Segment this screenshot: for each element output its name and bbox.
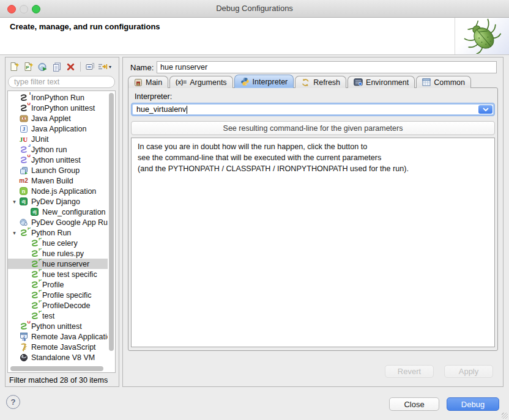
- tree-item-standalone-v8-vm[interactable]: Standalone V8 VM: [8, 352, 108, 363]
- title-bar: Debug Configurations: [0, 0, 509, 18]
- tab-bar: pMain(x)=ArgumentsInterpreterRefreshEnvi…: [128, 75, 472, 88]
- filter-configurations-button[interactable]: ▾: [97, 60, 111, 73]
- remote-java-icon: J: [18, 332, 29, 341]
- tree-item-profile[interactable]: PProfile: [8, 279, 108, 290]
- tree-item-hue-rules-py[interactable]: Phue rules.py: [8, 248, 108, 259]
- debug-button[interactable]: Debug: [447, 397, 499, 411]
- tree-item-label: Node.js Application: [31, 187, 96, 196]
- chevron-down-icon[interactable]: [478, 105, 492, 114]
- duplicate-button[interactable]: [50, 60, 64, 73]
- tree-item-jython-run[interactable]: JJython run: [8, 144, 108, 155]
- tree-item-pydev-django[interactable]: ▾djPyDev Django: [8, 196, 108, 207]
- tree-item-label: hue rules.py: [42, 249, 84, 258]
- django-icon: dj: [18, 197, 29, 206]
- tree-item-label: JUnit: [31, 135, 48, 144]
- apply-button[interactable]: Apply: [444, 365, 493, 378]
- tree-horizontal-scrollbar[interactable]: [10, 366, 106, 371]
- debug-bug-icon: [455, 18, 509, 54]
- maven-icon: m2: [18, 176, 29, 185]
- delete-button[interactable]: [64, 60, 78, 73]
- banner-title: Create, manage, and run configurations: [10, 22, 160, 31]
- tree-item-label: hue runserver: [42, 260, 89, 268]
- tree-item-jython-unittest[interactable]: UJython unittest: [8, 155, 108, 165]
- see-command-line-button[interactable]: See resulting command-line for the given…: [131, 121, 495, 135]
- tree-item-label: test: [42, 312, 54, 320]
- tree-item-maven-build[interactable]: m2Maven Build: [8, 175, 108, 186]
- delete-icon: [66, 62, 75, 72]
- tree-item-python-run[interactable]: ▾PPython Run: [8, 227, 108, 238]
- tree-item-label: Launch Group: [31, 166, 80, 175]
- tree-item-label: Jython run: [31, 146, 67, 154]
- tree-item-java-application[interactable]: JJava Application: [8, 123, 108, 134]
- svg-text:p: p: [137, 81, 139, 85]
- tree-item-hue-test-specific[interactable]: Phue test specific: [8, 269, 108, 279]
- tree-item-label: Python Run: [31, 229, 71, 237]
- window-title: Debug Configurations: [0, 4, 509, 13]
- svg-text:J: J: [23, 335, 24, 339]
- collapse-all-button[interactable]: [83, 60, 97, 73]
- gae-icon: [18, 218, 29, 227]
- tree-item-python-unittest[interactable]: UPython unittest: [8, 321, 108, 331]
- tree-item-label: IronPython unittest: [31, 104, 95, 112]
- help-button[interactable]: ?: [6, 395, 20, 409]
- toolbar-separator: [80, 62, 81, 72]
- new-config-icon: [9, 62, 20, 72]
- tab-interpreter[interactable]: Interpreter: [234, 75, 294, 88]
- tree-item-ironpython-run[interactable]: IIronPython Run: [8, 92, 108, 103]
- tree-item-hue-runserver[interactable]: Phue runserver: [8, 259, 108, 269]
- tree-item-remote-javascript[interactable]: Remote JavaScript: [8, 342, 108, 352]
- tree-vertical-scrollbar[interactable]: [109, 93, 114, 362]
- tree-items: IIronPython RunUIronPython unittestJava …: [8, 92, 108, 363]
- name-label: Name:: [130, 63, 154, 72]
- tab-refresh[interactable]: Refresh: [295, 76, 346, 88]
- tab-label: Interpreter: [253, 78, 288, 86]
- left-toolbar: P▾: [7, 59, 111, 74]
- name-input[interactable]: [157, 61, 497, 73]
- tree-item-java-applet[interactable]: Java Applet: [8, 113, 108, 123]
- snake-green-icon: U: [18, 322, 29, 331]
- tab-environment[interactable]: Environment: [347, 76, 415, 88]
- export-configurations-button[interactable]: [35, 60, 50, 73]
- snake-green-icon: P: [29, 259, 40, 268]
- tree-item-hue-celery[interactable]: Phue celery: [8, 238, 108, 248]
- tab-arguments[interactable]: (x)=Arguments: [169, 76, 233, 88]
- tree-item-launch-group[interactable]: Launch Group: [8, 165, 108, 175]
- tree-item-label: Remote JavaScript: [31, 343, 96, 352]
- snake-green-icon: P: [29, 290, 40, 300]
- tree-item-test[interactable]: Ptest: [8, 311, 108, 321]
- snake-black-icon: I: [18, 93, 29, 102]
- tree-item-label: PyDev Google App Run: [31, 218, 108, 227]
- revert-button[interactable]: Revert: [385, 365, 434, 378]
- tree-item-profile-specific[interactable]: PProfile specific: [8, 290, 108, 300]
- tree-item-remote-java-application[interactable]: JRemote Java Application: [8, 331, 108, 342]
- tree-item-label: ProfileDecode: [42, 301, 91, 310]
- tree-item-pydev-google-app-run[interactable]: PyDev Google App Run: [8, 217, 108, 227]
- expand-arrow-icon[interactable]: ▾: [10, 230, 18, 236]
- tab-python-icon: [240, 77, 250, 86]
- new-prototype-icon: P: [23, 62, 34, 72]
- snake-green-icon: P: [29, 238, 40, 248]
- run-info-text: In case you are in doubt how will the ru…: [131, 138, 495, 347]
- expand-arrow-icon[interactable]: ▾: [10, 199, 18, 205]
- configurations-tree: IIronPython RunUIronPython unittestJava …: [7, 90, 116, 373]
- tree-item-profiledecode[interactable]: PProfileDecode: [8, 300, 108, 311]
- tab-label: Refresh: [313, 78, 340, 87]
- tree-item-ironpython-unittest[interactable]: UIronPython unittest: [8, 103, 108, 113]
- filter-input[interactable]: [8, 76, 115, 88]
- tree-item-junit[interactable]: JUJUnit: [8, 134, 108, 144]
- interpreter-combobox[interactable]: hue_virtualenv: [131, 103, 495, 116]
- tree-item-new-configuration[interactable]: djNew_configuration: [8, 207, 108, 217]
- snake-purple-icon: J: [18, 145, 29, 154]
- new-prototype-button[interactable]: P: [21, 60, 35, 73]
- snake-green-icon: P: [29, 270, 40, 279]
- close-button[interactable]: Close: [389, 397, 439, 411]
- new-configuration-button[interactable]: [7, 60, 21, 73]
- tab-main[interactable]: pMain: [128, 76, 168, 88]
- resize-grip[interactable]: [502, 413, 508, 419]
- tree-item-label: IronPython Run: [31, 94, 84, 102]
- tree-item-label: Profile specific: [42, 291, 92, 300]
- tree-item-node-js-application[interactable]: nNode.js Application: [8, 186, 108, 196]
- tree-item-label: hue celery: [42, 239, 78, 248]
- banner: Create, manage, and run configurations: [0, 18, 509, 55]
- tab-common[interactable]: Common: [416, 76, 471, 88]
